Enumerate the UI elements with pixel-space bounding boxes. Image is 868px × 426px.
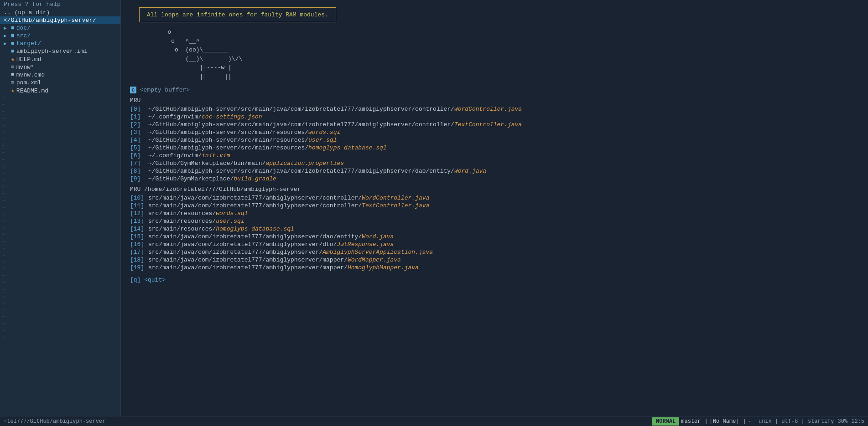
mru-index: [11] bbox=[130, 202, 146, 209]
sidebar-item-pom[interactable]: ≡ pom.xml bbox=[0, 79, 120, 87]
mru-item[interactable]: [5] ~/GitHub/ambiglyph-server/src/main/r… bbox=[130, 144, 868, 151]
mru-item[interactable]: [9] ~/GitHub/GymMarketplace/build.gradle bbox=[130, 175, 868, 182]
status-branch: master bbox=[681, 418, 701, 425]
mru-item[interactable]: [0] ~/GitHub/ambiglyph-server/src/main/j… bbox=[130, 106, 868, 113]
app-container: Press ? for help .. (up a dir) </GitHub/… bbox=[0, 0, 868, 416]
tilde-line: ~ bbox=[0, 272, 120, 279]
sidebar-current-dir[interactable]: </GitHub/ambiglyph-server/ bbox=[0, 16, 120, 24]
tilde-line: ~ bbox=[0, 225, 120, 231]
mru-dir-item[interactable]: [12] src/main/resources/words.sql bbox=[130, 210, 868, 217]
status-time: 12:5 bbox=[851, 418, 864, 425]
mru-dir-item[interactable]: [10] src/main/java/com/izobretatel777/am… bbox=[130, 195, 868, 201]
mru-dir-item[interactable]: [15] src/main/java/com/izobretatel777/am… bbox=[130, 233, 868, 240]
arrow-icon: ▶ bbox=[4, 33, 9, 39]
mru-dir-item[interactable]: [13] src/main/resources/user.sql bbox=[130, 218, 868, 225]
sidebar-item-label: README.md bbox=[16, 87, 48, 94]
sidebar-item-mvnw[interactable]: ≡ mvnw* bbox=[0, 63, 120, 71]
file-icon: ★ bbox=[11, 56, 15, 63]
mru-dir-item[interactable]: [11] src/main/java/com/izobretatel777/am… bbox=[130, 202, 868, 209]
tilde-line: ~ bbox=[0, 231, 120, 238]
status-right: unix | utf-8 | startify 30% 12:5 bbox=[755, 418, 868, 425]
status-sep1: | bbox=[705, 418, 708, 425]
mru-path: src/main/java/com/izobretatel777/ambigly… bbox=[148, 195, 429, 201]
sidebar-up-dir[interactable]: .. (up a dir) bbox=[0, 9, 120, 16]
empty-buffer-text: <empty buffer> bbox=[140, 87, 190, 93]
mru-item[interactable]: [8] ~/GitHub/ambiglyph-server/src/main/j… bbox=[130, 168, 868, 175]
tilde-line: ~ bbox=[0, 108, 120, 115]
sidebar-item-src[interactable]: ▶ ■ src/ bbox=[0, 32, 120, 40]
mru-path: src/main/java/com/izobretatel777/ambigly… bbox=[148, 233, 394, 240]
tilde-line: ~ bbox=[0, 307, 120, 313]
tilde-line: ~ bbox=[0, 252, 120, 259]
mru-index: [19] bbox=[130, 264, 146, 271]
mru-section: MRU [0] ~/GitHub/ambiglyph-server/src/ma… bbox=[121, 97, 868, 182]
empty-buffer-line: c <empty buffer> bbox=[121, 87, 868, 93]
sidebar-item-help[interactable]: ★ HELP.md bbox=[0, 55, 120, 63]
mru-item[interactable]: [1] ~/.config/nvim/coc-settings.json bbox=[130, 113, 868, 120]
status-bar: ~tel777/GitHub/ambiglyph-server NORMAL m… bbox=[0, 416, 868, 426]
tilde-line: ~ bbox=[0, 218, 120, 225]
tilde-line: ~ bbox=[0, 300, 120, 307]
mru-path: ~/.config/nvim/init.vim bbox=[148, 152, 230, 159]
mru-dir-item[interactable]: [16] src/main/java/com/izobretatel777/am… bbox=[130, 241, 868, 248]
mru-path: ~/GitHub/GymMarketplace/build.gradle bbox=[148, 175, 276, 182]
mru-dir-item[interactable]: [14] src/main/resources/homoglyps databa… bbox=[130, 226, 868, 232]
mru-path: ~/GitHub/ambiglyph-server/src/main/resou… bbox=[148, 129, 340, 136]
status-percent: 30% bbox=[838, 418, 848, 425]
mru-index: [10] bbox=[130, 195, 146, 201]
status-sep2: | bbox=[743, 418, 746, 425]
mru-dir-item[interactable]: [17] src/main/java/com/izobretatel777/am… bbox=[130, 249, 868, 256]
mru-dir-item[interactable]: [19] src/main/java/com/izobretatel777/am… bbox=[130, 264, 868, 271]
file-icon: ≡ bbox=[11, 64, 15, 71]
tilde-line: ~ bbox=[0, 115, 120, 122]
mru-index: [18] bbox=[130, 257, 146, 263]
mru-index: [8] bbox=[130, 168, 146, 175]
mru-path: ~/GitHub/ambiglyph-server/src/main/resou… bbox=[148, 137, 337, 144]
tilde-line: ~ bbox=[0, 163, 120, 170]
sidebar-item-label: mvnw.cmd bbox=[16, 72, 45, 78]
file-icon: ≡ bbox=[11, 72, 15, 78]
mru-path: ~/GitHub/ambiglyph-server/src/main/java/… bbox=[148, 106, 522, 113]
status-path: ~tel777/GitHub/ambiglyph-server bbox=[0, 418, 652, 425]
mru-item[interactable]: [2] ~/GitHub/ambiglyph-server/src/main/j… bbox=[130, 121, 868, 128]
sidebar-item-label: HELP.md bbox=[16, 56, 42, 63]
mru-item[interactable]: [3] ~/GitHub/ambiglyph-server/src/main/r… bbox=[130, 129, 868, 136]
mru-path: src/main/java/com/izobretatel777/ambigly… bbox=[148, 249, 433, 256]
tilde-line: ~ bbox=[0, 177, 120, 184]
sidebar-item-label: ambiglyph-server.iml bbox=[16, 48, 88, 55]
sidebar-item-iml[interactable]: ■ ambiglyph-server.iml bbox=[0, 47, 120, 55]
status-file: [No Name] bbox=[710, 418, 739, 425]
tilde-line: ~ bbox=[0, 266, 120, 272]
mru-dir-section: [10] src/main/java/com/izobretatel777/am… bbox=[121, 195, 868, 271]
sidebar-item-readme[interactable]: ★ README.md bbox=[0, 87, 120, 95]
mru-index: [2] bbox=[130, 121, 146, 128]
sidebar-item-target[interactable]: ▶ ■ target/ bbox=[0, 40, 120, 47]
tilde-line: ~ bbox=[0, 190, 120, 197]
tilde-line: ~ bbox=[0, 334, 120, 341]
arrow-icon: ▶ bbox=[4, 41, 9, 46]
sidebar-item-label: mvnw* bbox=[16, 64, 34, 71]
mru-label: MRU bbox=[130, 97, 868, 104]
tilde-line: ~ bbox=[0, 211, 120, 218]
tilde-line: ~ bbox=[0, 184, 120, 190]
up-dir-label: .. (up a dir) bbox=[4, 9, 50, 16]
mru-path: ~/.config/nvim/coc-settings.json bbox=[148, 113, 262, 120]
mru-index: [4] bbox=[130, 137, 146, 144]
sidebar-item-doc[interactable]: ▶ ■ doc/ bbox=[0, 24, 120, 32]
sidebar-item-mvnw-cmd[interactable]: ≡ mvnw.cmd bbox=[0, 71, 120, 79]
mru-index: [13] bbox=[130, 218, 146, 225]
tilde-line: ~ bbox=[0, 170, 120, 177]
mru-item[interactable]: [7] ~/GitHub/GymMarketplace/bin/main/app… bbox=[130, 160, 868, 167]
mru-index: [7] bbox=[130, 160, 146, 167]
mru-item[interactable]: [4] ~/GitHub/ambiglyph-server/src/main/r… bbox=[130, 137, 868, 144]
mru-path: src/main/resources/user.sql bbox=[148, 218, 244, 225]
mru-dir-item[interactable]: [18] src/main/java/com/izobretatel777/am… bbox=[130, 257, 868, 263]
mru-item[interactable]: [6] ~/.config/nvim/init.vim bbox=[130, 152, 868, 159]
mru-path: src/main/java/com/izobretatel777/ambigly… bbox=[148, 202, 429, 209]
mru-path: ~/GitHub/ambiglyph-server/src/main/java/… bbox=[148, 121, 522, 128]
quit-line[interactable]: [q] <quit> bbox=[121, 277, 868, 283]
sidebar-item-label: pom.xml bbox=[16, 79, 42, 86]
tilde-line: ~ bbox=[0, 136, 120, 143]
tilde-line: ~ bbox=[0, 143, 120, 149]
tilde-line: ~ bbox=[0, 197, 120, 204]
